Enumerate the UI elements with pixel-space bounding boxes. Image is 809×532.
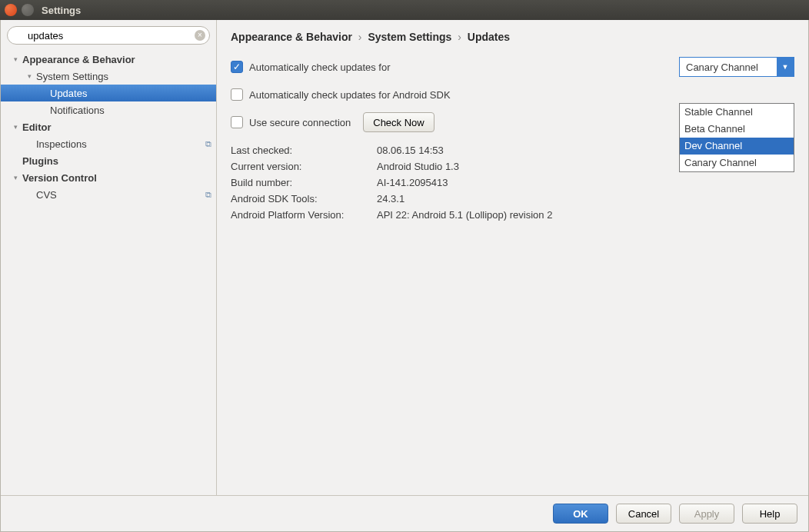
breadcrumb-part: Updates xyxy=(468,31,510,43)
disclosure-icon xyxy=(25,191,33,198)
tree-item-label: Inspections xyxy=(36,138,205,150)
disclosure-icon: ▾ xyxy=(12,174,19,181)
info-key: Current version: xyxy=(231,161,377,172)
info-value: Android Studio 1.3 xyxy=(377,161,459,172)
dialog-footer: OK Cancel Apply Help xyxy=(1,495,808,531)
info-value: 24.3.1 xyxy=(377,193,404,204)
info-row: Build number:AI-141.2095413 xyxy=(231,177,794,188)
tree-item[interactable]: ▾Appearance & Behavior xyxy=(1,51,216,68)
cancel-button[interactable]: Cancel xyxy=(616,504,671,524)
auto-check-updates-label: Automatically check updates for xyxy=(249,62,391,73)
ok-button[interactable]: OK xyxy=(553,504,608,524)
tree-item-label: Appearance & Behavior xyxy=(22,54,211,65)
info-key: Android Platform Version: xyxy=(231,209,377,221)
close-icon[interactable] xyxy=(5,4,17,16)
tree-item-label: System Settings xyxy=(36,71,211,82)
check-now-button[interactable]: Check Now xyxy=(363,112,434,132)
tree-item-label: CVS xyxy=(36,189,205,201)
auto-check-sdk-checkbox[interactable] xyxy=(231,88,243,101)
chevron-right-icon: › xyxy=(358,31,362,43)
breadcrumb-part: Appearance & Behavior xyxy=(231,31,352,43)
dropdown-option[interactable]: Stable Channel xyxy=(680,104,794,121)
main-panel: Appearance & Behavior › System Settings … xyxy=(217,20,808,495)
disclosure-icon xyxy=(25,140,33,148)
info-key: Build number: xyxy=(231,177,377,188)
tree-item[interactable]: Plugins xyxy=(1,152,216,169)
tree-item[interactable]: Notifications xyxy=(1,101,216,118)
tree-item[interactable]: Updates xyxy=(1,85,216,101)
disclosure-icon xyxy=(39,106,47,114)
scope-icon: ⧉ xyxy=(205,139,211,149)
tree-item-label: Editor xyxy=(22,121,211,133)
sidebar: 🔍 × ▾Appearance & Behavior▾System Settin… xyxy=(1,20,217,495)
titlebar: Settings xyxy=(0,0,809,20)
combo-value: Canary Channel xyxy=(686,62,758,73)
breadcrumb: Appearance & Behavior › System Settings … xyxy=(231,31,794,43)
settings-window: 🔍 × ▾Appearance & Behavior▾System Settin… xyxy=(0,20,809,532)
breadcrumb-part: System Settings xyxy=(368,31,451,43)
help-button[interactable]: Help xyxy=(742,504,797,524)
disclosure-icon xyxy=(39,89,47,97)
auto-check-sdk-label: Automatically check updates for Android … xyxy=(249,89,451,101)
dropdown-option[interactable]: Canary Channel xyxy=(680,155,794,171)
tree-item-label: Updates xyxy=(50,88,211,99)
info-value: 08.06.15 14:53 xyxy=(377,145,444,156)
chevron-down-icon: ▼ xyxy=(777,58,794,76)
window-title: Settings xyxy=(42,5,81,16)
chevron-right-icon: › xyxy=(458,31,461,43)
tree-item[interactable]: Inspections⧉ xyxy=(1,135,216,152)
settings-tree: ▾Appearance & Behavior▾System SettingsUp… xyxy=(1,51,216,495)
info-row: Android SDK Tools:24.3.1 xyxy=(231,193,794,204)
clear-search-icon[interactable]: × xyxy=(195,30,205,41)
tree-item-label: Version Control xyxy=(22,172,211,184)
search-input[interactable] xyxy=(7,26,210,45)
channel-dropdown[interactable]: Stable ChannelBeta ChannelDev ChannelCan… xyxy=(679,103,794,172)
dropdown-option[interactable]: Beta Channel xyxy=(680,121,794,138)
info-value: AI-141.2095413 xyxy=(377,177,448,188)
disclosure-icon: ▾ xyxy=(25,72,33,80)
secure-connection-checkbox[interactable] xyxy=(231,116,243,128)
disclosure-icon xyxy=(12,157,19,165)
secure-connection-label: Use secure connection xyxy=(249,117,351,128)
info-row: Android Platform Version:API 22: Android… xyxy=(231,209,794,221)
update-channel-combo[interactable]: Canary Channel ▼ xyxy=(679,57,794,77)
tree-item[interactable]: ▾Editor xyxy=(1,118,216,135)
apply-button[interactable]: Apply xyxy=(679,504,734,524)
tree-item[interactable]: ▾System Settings xyxy=(1,68,216,85)
tree-item[interactable]: ▾Version Control xyxy=(1,169,216,186)
info-key: Android SDK Tools: xyxy=(231,193,377,204)
disclosure-icon: ▾ xyxy=(12,55,19,63)
tree-item-label: Plugins xyxy=(22,155,211,167)
disclosure-icon: ▾ xyxy=(12,123,19,131)
info-key: Last checked: xyxy=(231,145,377,156)
scope-icon: ⧉ xyxy=(205,190,211,200)
minimize-icon[interactable] xyxy=(22,4,34,16)
info-value: API 22: Android 5.1 (Lollipop) revision … xyxy=(377,209,552,221)
auto-check-updates-checkbox[interactable]: ✓ xyxy=(231,61,243,73)
tree-item[interactable]: CVS⧉ xyxy=(1,186,216,203)
dropdown-option[interactable]: Dev Channel xyxy=(680,138,794,155)
tree-item-label: Notifications xyxy=(50,105,211,116)
